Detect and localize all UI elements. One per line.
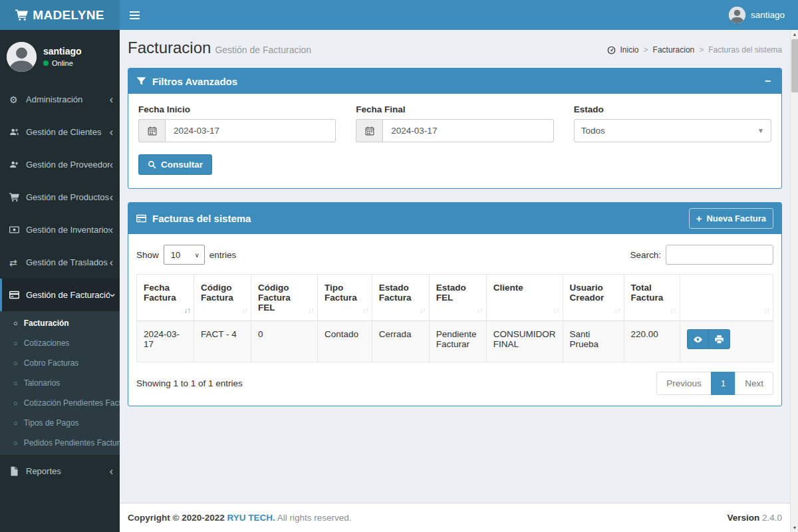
- sort-icon: ↓↑: [241, 306, 247, 314]
- cell-codigo-factura: FACT - 4: [194, 321, 251, 362]
- main-footer: Copyright © 2020-2022 RYU TECH. All righ…: [120, 503, 790, 532]
- brand-logo[interactable]: MADELYNE: [0, 0, 120, 30]
- user-menu[interactable]: santiago: [725, 0, 789, 30]
- filters-panel-body: Fecha Inicio Fecha Final: [128, 94, 781, 188]
- filters-panel-header: Filtros Avanzados −: [128, 68, 781, 94]
- estado-field: Estado Todos ▼: [574, 104, 771, 142]
- consultar-button[interactable]: Consultar: [138, 154, 212, 175]
- caret-down-icon: ∨: [194, 251, 199, 259]
- page-length-select[interactable]: 10 ∨: [164, 245, 205, 265]
- chevron-left-icon: ‹: [110, 127, 113, 138]
- calendar-icon: [356, 119, 382, 142]
- column-header-actions[interactable]: ↓↑: [680, 275, 773, 321]
- search-input[interactable]: [666, 245, 773, 265]
- fecha-inicio-input[interactable]: [165, 119, 336, 142]
- cell-estado-factura: Cerrada: [372, 321, 429, 362]
- sidebar-item-gestion-traslados[interactable]: ⇄ Gestión de Traslados ‹: [0, 246, 120, 279]
- fecha-final-input[interactable]: [382, 119, 553, 142]
- cell-tipo-factura: Contado: [318, 321, 372, 362]
- view-invoice-button[interactable]: [687, 329, 709, 349]
- invoices-panel-body: Show 10 ∨ entries Search:: [128, 234, 781, 406]
- chevron-left-icon: ‹: [110, 257, 113, 268]
- sort-icon: ↓↑: [184, 306, 190, 314]
- circle-icon: ○: [13, 359, 18, 367]
- fecha-inicio-field: Fecha Inicio: [138, 104, 336, 142]
- sidebar-item-gestion-inventarios[interactable]: Gestión de Inventarios ‹: [0, 213, 120, 246]
- invoices-panel-header: Facturas del sistema + Nueva Factura: [128, 203, 781, 234]
- pagination-next-button[interactable]: Next: [735, 372, 773, 395]
- user-status[interactable]: Online: [43, 59, 82, 67]
- pagination-previous-button[interactable]: Previous: [656, 372, 712, 395]
- sidebar-item-gestion-facturacion[interactable]: Gestión de Facturación ‹: [0, 279, 120, 311]
- filters-panel-title: Filtros Avanzados: [136, 76, 237, 87]
- report-file-icon: [9, 466, 26, 476]
- credit-card-icon: [9, 290, 26, 300]
- facturacion-submenu: ○ Facturación ○ Cotizaciones ○ Cobro Fac…: [0, 311, 120, 455]
- exchange-icon: ⇄: [9, 257, 26, 268]
- sort-icon: ↓↑: [308, 306, 314, 314]
- brand-name: MADELYNE: [33, 8, 104, 23]
- search-label: Search:: [630, 250, 661, 260]
- column-header-cliente[interactable]: Cliente↓↑: [486, 275, 563, 321]
- submenu-item-cotizaciones[interactable]: ○ Cotizaciones: [0, 333, 120, 353]
- sort-icon: ↓↑: [614, 306, 620, 314]
- fecha-inicio-label: Fecha Inicio: [138, 104, 336, 114]
- circle-icon: ○: [13, 439, 18, 447]
- circle-icon: ○: [13, 319, 18, 327]
- sidebar-item-gestion-productos[interactable]: Gestión de Productos ‹: [0, 181, 120, 213]
- invoices-panel: Facturas del sistema + Nueva Factura Sho…: [128, 202, 782, 406]
- nueva-factura-button[interactable]: + Nueva Factura: [689, 208, 773, 229]
- table-footer: Showing 1 to 1 of 1 entries Previous 1 N…: [136, 372, 773, 395]
- collapse-panel-button[interactable]: −: [762, 74, 773, 88]
- pagination-page-1-button[interactable]: 1: [711, 372, 736, 395]
- submenu-item-cobro-facturas[interactable]: ○ Cobro Facturas: [0, 353, 120, 373]
- breadcrumb-inicio[interactable]: Inicio: [620, 45, 639, 55]
- column-header-estado-factura[interactable]: Estado Factura↓↑: [372, 275, 429, 321]
- cell-cliente: CONSUMIDOR FINAL: [486, 321, 563, 362]
- estado-select[interactable]: Todos ▼: [574, 119, 771, 142]
- submenu-item-pedidos-pendientes[interactable]: ○ Pedidos Pendientes Facturar: [0, 433, 120, 453]
- column-header-estado-fel[interactable]: Estado FEL↓↑: [429, 275, 486, 321]
- sidebar-item-administracion[interactable]: ⚙ Administración ‹: [0, 83, 120, 116]
- cell-usuario-creador: Santi Prueba: [563, 321, 624, 362]
- caret-down-icon: ▼: [757, 127, 764, 134]
- page-subtitle: Gestión de Facturacion: [215, 45, 311, 55]
- sort-icon: ↓↑: [670, 306, 676, 314]
- column-header-tipo-factura[interactable]: Tipo Factura↓↑: [318, 275, 372, 321]
- submenu-item-talonarios[interactable]: ○ Talonarios: [0, 373, 120, 393]
- filters-panel: Filtros Avanzados − Fecha Inicio: [128, 68, 782, 189]
- breadcrumb-facturacion[interactable]: Facturacion: [653, 45, 695, 55]
- chevron-left-icon: ‹: [110, 225, 113, 235]
- submenu-item-tipos-de-pagos[interactable]: ○ Tipos de Pagos: [0, 413, 120, 433]
- vertical-scrollbar[interactable]: ▲ ▼: [790, 30, 798, 532]
- cell-estado-fel: Pendiente Facturar: [429, 321, 486, 362]
- sidebar-item-reportes[interactable]: Reportes ‹: [0, 455, 120, 487]
- content-header: FacturacionGestión de Facturacion Inicio…: [120, 30, 790, 63]
- print-icon: [714, 334, 724, 344]
- sidebar-user-panel: santiago Online: [0, 30, 120, 83]
- chevron-left-icon: ‹: [110, 94, 113, 105]
- sidebar-toggle-button[interactable]: [120, 0, 150, 30]
- chevron-left-icon: ‹: [110, 192, 113, 203]
- column-header-codigo-factura-fel[interactable]: Código Factura FEL↓↑: [251, 275, 318, 321]
- ryu-tech-link[interactable]: RYU TECH.: [227, 513, 275, 523]
- breadcrumb-current: Facturas del sistema: [708, 45, 782, 55]
- sidebar-item-gestion-proveedores[interactable]: Gestión de Proveedores ‹: [0, 148, 120, 181]
- hamburger-icon: [130, 11, 140, 13]
- column-header-usuario-creador[interactable]: Usuario Creador↓↑: [563, 275, 624, 321]
- scroll-down-arrow-icon[interactable]: ▼: [791, 523, 798, 532]
- user-avatar: [729, 7, 745, 23]
- submenu-item-cotizacion-pendientes[interactable]: ○ Cotización Pendientes Facturar: [0, 393, 120, 413]
- print-invoice-button[interactable]: [708, 329, 730, 349]
- scrollbar-thumb[interactable]: [791, 39, 798, 92]
- circle-icon: ○: [13, 399, 18, 407]
- sidebar-item-gestion-clientes[interactable]: Gestión de Clientes ‹: [0, 116, 120, 148]
- submenu-item-facturacion[interactable]: ○ Facturación: [0, 313, 120, 333]
- search-icon: [148, 160, 156, 169]
- fecha-final-label: Fecha Final: [356, 104, 553, 114]
- column-header-total-factura[interactable]: Total Factura↓↑: [624, 275, 680, 321]
- column-header-fecha-factura[interactable]: Fecha Factura↓↑: [137, 275, 194, 321]
- dashboard-icon: [607, 46, 616, 55]
- scroll-up-arrow-icon[interactable]: ▲: [791, 30, 798, 39]
- column-header-codigo-factura[interactable]: Código Factura↓↑: [194, 275, 251, 321]
